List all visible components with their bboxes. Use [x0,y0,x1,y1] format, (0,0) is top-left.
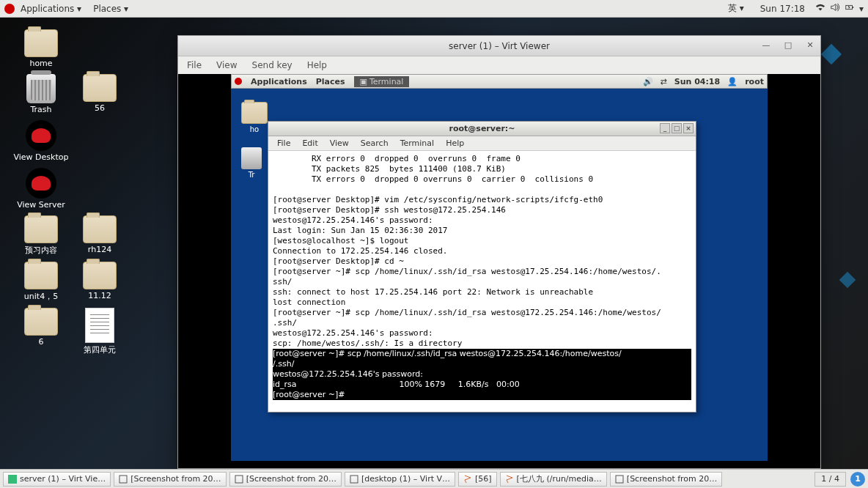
folder-icon [24,215,58,243]
svg-rect-3 [119,476,127,483]
bottom-panel: server (1) – Virt Vie…[Screenshot from 2… [0,469,868,488]
guest-desktop-icon[interactable]: Tr [241,147,262,179]
redhat-logo-icon [4,4,15,14]
guest-clock[interactable]: Sun 04:18 [674,77,720,86]
clock[interactable]: Sun 17:18 [754,4,811,14]
svg-rect-6 [616,476,623,483]
terminal-window: root@server:~ _ □ × FileEditViewSearchTe… [268,121,696,413]
desktop-icon[interactable]: Trash [12,74,70,114]
desktop-icon[interactable]: View Server [12,168,70,210]
folder-icon [24,262,58,289]
taskbar-terminal-item[interactable]: ▣Terminal [354,76,410,87]
guest-user[interactable]: root [745,77,764,86]
desktop-icon[interactable]: View Desktop [12,120,70,162]
minimize-button[interactable]: — [760,39,772,51]
guest-applications-menu[interactable]: Applications [251,77,307,86]
trash-icon [26,74,56,103]
icon-label: View Desktop [14,152,69,162]
minimize-button[interactable]: _ [660,123,670,133]
desktop-icon[interactable]: 56 [70,74,129,114]
guest-display: Applications Places ▣Terminal 🔊 ⇄ Sun 04… [178,74,820,468]
folder-icon [83,215,117,243]
terminal-content[interactable]: RX errors 0 dropped 0 overruns 0 frame 0… [268,151,696,412]
desktop-icon[interactable]: rh124 [70,215,129,256]
taskbar-item[interactable]: server (1) – Virt Vie… [3,472,111,487]
redhat-launcher-icon [26,168,56,199]
terminal-title: root@server:~ [449,124,515,133]
workspace-switcher[interactable]: 1 / 4 [814,472,846,487]
guest-places-menu[interactable]: Places [316,77,345,86]
virt-viewer-window: server (1) – Virt Viewer — □ ✕ FileViewS… [177,35,821,469]
icon-label: home [29,59,52,68]
top-panel: Applications ▾ Places ▾ 英 ▾ Sun 17:18 ▾ [0,0,868,18]
maximize-button[interactable]: □ [672,123,682,133]
ime-indicator[interactable]: 英 ▾ [722,2,750,15]
battery-icon[interactable] [845,2,855,15]
menu-item[interactable]: Terminal [394,138,441,148]
taskbar-item[interactable]: [七八九 (/run/media… [500,472,607,487]
icon-label: 56 [95,103,105,113]
redhat-launcher-icon [26,120,56,151]
menu-item[interactable]: View [324,138,355,148]
network-icon[interactable]: ⇄ [661,77,667,86]
applications-menu[interactable]: Applications ▾ [15,4,87,14]
virt-viewer-menubar: FileViewSend keyHelp [178,56,820,74]
volume-icon[interactable] [830,2,840,15]
window-titlebar[interactable]: server (1) – Virt Viewer — □ ✕ [178,36,820,56]
places-menu[interactable]: Places ▾ [87,4,134,14]
menu-item[interactable]: Edit [296,138,323,148]
svg-rect-1 [852,7,853,8]
menu-item[interactable]: Send key [245,60,300,70]
folder-icon [241,102,268,124]
taskbar-item[interactable]: [Screenshot from 20… [229,472,342,487]
guest-desktop[interactable]: ho Tr root@server:~ _ □ × FileEditViewSe… [231,89,768,461]
desktop-icon[interactable]: home [12,29,70,68]
user-icon: 👤 [727,77,738,86]
menu-item[interactable]: File [271,138,296,148]
menu-item[interactable]: Search [355,138,394,148]
svg-rect-2 [8,475,17,484]
desktop-icon[interactable]: 第四单元 [70,308,129,355]
close-button[interactable]: × [683,123,694,133]
close-button[interactable]: ✕ [804,39,816,51]
maximize-button[interactable]: □ [782,39,794,51]
folder-icon [24,308,58,336]
folder-icon [24,29,58,57]
icon-label: 6 [39,337,44,347]
icon-label: unit4，5 [24,291,58,302]
menu-item[interactable]: View [209,60,244,70]
desktop-icon[interactable]: 11.12 [70,262,129,302]
volume-icon[interactable]: 🔊 [643,77,653,86]
guest-top-panel: Applications Places ▣Terminal 🔊 ⇄ Sun 04… [231,74,768,89]
taskbar-item[interactable]: [56] [458,472,497,487]
icon-label: rh124 [88,245,111,254]
menu-item[interactable]: File [180,60,209,70]
svg-rect-5 [350,476,358,483]
notification-badge[interactable]: 1 [850,472,865,487]
icon-label: 预习内容 [25,245,57,256]
taskbar-item[interactable]: [Screenshot from 20… [610,472,722,487]
redhat-logo-icon [235,78,242,85]
window-title: server (1) – Virt Viewer [449,41,550,51]
terminal-titlebar[interactable]: root@server:~ _ □ × [268,122,696,136]
desktop[interactable]: homeTrash56View DesktopView Server预习内容rh… [0,18,868,469]
svg-rect-4 [235,476,243,483]
terminal-menubar: FileEditViewSearchTerminalHelp [268,136,696,151]
desktop-icon[interactable]: 预习内容 [12,215,70,256]
desktop-icon[interactable]: 6 [12,308,70,355]
taskbar-item[interactable]: [desktop (1) – Virt V… [345,472,455,487]
icon-label: 第四单元 [84,344,116,355]
taskbar-item[interactable]: [Screenshot from 20… [114,472,226,487]
guest-desktop-icon[interactable]: ho [241,102,268,133]
menu-item[interactable]: Help [300,60,334,70]
menu-item[interactable]: Help [440,138,470,148]
icon-label: Trash [30,105,51,114]
folder-icon [83,74,117,102]
power-menu[interactable]: ▾ [859,4,864,14]
wifi-icon[interactable] [815,2,825,15]
folder-icon [83,262,117,289]
document-icon [85,308,114,343]
trash-icon [241,147,262,169]
icon-label: 11.12 [88,291,111,300]
desktop-icon[interactable]: unit4，5 [12,262,70,302]
